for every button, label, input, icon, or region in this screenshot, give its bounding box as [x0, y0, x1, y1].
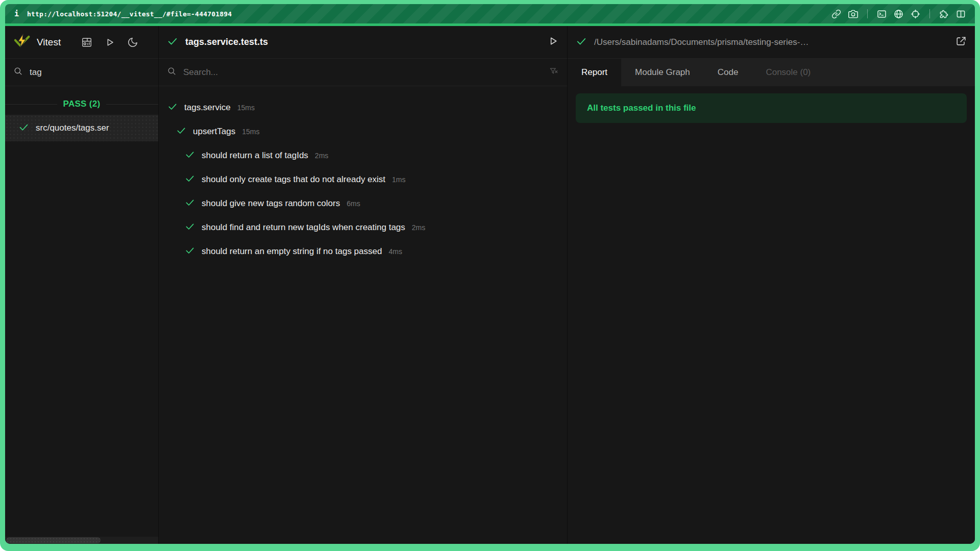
- test-tree: tags.service 15ms upsertTags 15ms should…: [159, 86, 567, 263]
- globe-icon[interactable]: [894, 9, 903, 19]
- tab-module-graph[interactable]: Module Graph: [621, 59, 704, 86]
- pass-check-icon: [185, 149, 195, 162]
- pass-check-icon: [167, 36, 178, 49]
- sidebar: Vitest PASS (2) src/quotes/tags.ser: [5, 26, 158, 544]
- scrollbar-thumb[interactable]: [6, 537, 101, 543]
- test-case-row[interactable]: should find and return new tagIds when c…: [159, 215, 567, 239]
- vitest-brand: Vitest: [13, 33, 61, 52]
- test-suite-row[interactable]: upsertTags 15ms: [159, 119, 567, 143]
- explorer-search-row: [159, 59, 567, 86]
- pass-section-header: PASS (2): [5, 93, 158, 115]
- test-details-panel: /Users/sabinadams/Documents/prisma/testi…: [568, 26, 975, 544]
- suite-name: tags.service: [184, 103, 231, 113]
- test-name: should return an empty string if no tags…: [202, 246, 382, 257]
- toolbar-divider: [929, 9, 930, 18]
- test-name: should only create tags that do not alre…: [202, 174, 385, 185]
- app-title: Vitest: [37, 37, 61, 48]
- dark-mode-moon-icon[interactable]: [127, 37, 138, 48]
- clear-filter-icon[interactable]: [549, 66, 559, 79]
- vitest-ui: Vitest PASS (2) src/quotes/tags.ser: [5, 26, 975, 544]
- sidebar-search-row: [5, 59, 158, 86]
- tab-console[interactable]: Console (0): [752, 59, 824, 86]
- pass-check-icon: [185, 221, 195, 234]
- explorer-header: tags.service.test.ts: [159, 26, 567, 59]
- puzzle-icon[interactable]: [939, 9, 949, 19]
- test-name: should find and return new tagIds when c…: [202, 222, 405, 233]
- test-case-row[interactable]: should return a list of tagIds 2ms: [159, 143, 567, 167]
- dashboard-icon[interactable]: [81, 37, 92, 48]
- pass-section-label: PASS (2): [63, 99, 101, 109]
- pass-check-icon: [167, 102, 178, 114]
- test-file-name: src/quotes/tags.ser: [36, 123, 109, 133]
- browser-toolbar-icons: [831, 9, 966, 19]
- open-external-icon[interactable]: [955, 36, 967, 49]
- report-content: All tests passed in this file: [568, 86, 975, 544]
- search-icon: [13, 66, 23, 78]
- browser-url-bar: i http://localhost:51204/__vitest__/#fil…: [5, 4, 975, 23]
- pass-check-icon: [18, 122, 29, 135]
- browser-window: i http://localhost:51204/__vitest__/#fil…: [0, 0, 980, 551]
- run-all-icon[interactable]: [104, 37, 115, 48]
- link-icon[interactable]: [831, 9, 841, 19]
- test-explorer-panel: tags.service.test.ts tags.service 15ms u…: [159, 26, 567, 544]
- all-tests-passed-banner: All tests passed in this file: [576, 93, 967, 123]
- run-file-icon[interactable]: [547, 35, 559, 49]
- test-case-row[interactable]: should only create tags that do not alre…: [159, 167, 567, 191]
- test-name: should return a list of tagIds: [202, 151, 308, 161]
- open-file-title: tags.service.test.ts: [185, 37, 268, 47]
- details-header: /Users/sabinadams/Documents/prisma/testi…: [568, 26, 975, 59]
- url-text: http://localhost:51204/__vitest__/#file=…: [27, 10, 232, 18]
- test-duration: 2ms: [412, 223, 425, 232]
- horizontal-scrollbar[interactable]: [5, 537, 158, 544]
- test-duration: 4ms: [388, 247, 402, 256]
- pass-check-icon: [185, 197, 195, 210]
- sidebar-header: Vitest: [5, 26, 158, 59]
- test-duration: 2ms: [315, 152, 328, 160]
- details-tabbar: Report Module Graph Code Console (0): [568, 59, 975, 86]
- tab-report[interactable]: Report: [568, 59, 621, 86]
- pass-check-icon: [576, 36, 587, 49]
- test-duration: 6ms: [347, 199, 360, 208]
- test-file-item[interactable]: src/quotes/tags.ser: [5, 115, 158, 141]
- file-filter-input[interactable]: [30, 67, 150, 78]
- file-path: /Users/sabinadams/Documents/prisma/testi…: [594, 37, 948, 47]
- test-case-row[interactable]: should return an empty string if no tags…: [159, 239, 567, 263]
- pass-check-icon: [176, 126, 186, 138]
- suite-duration: 15ms: [242, 128, 259, 136]
- sidebar-actions: [81, 37, 138, 48]
- test-duration: 1ms: [392, 176, 405, 184]
- split-panel-icon[interactable]: [956, 9, 966, 19]
- toolbar-divider: [867, 9, 868, 18]
- test-case-row[interactable]: should give new tags random colors 6ms: [159, 191, 567, 215]
- info-icon: i: [14, 9, 19, 18]
- search-icon: [167, 66, 177, 78]
- suite-name: upsertTags: [193, 127, 235, 137]
- pass-check-icon: [185, 173, 195, 186]
- test-name: should give new tags random colors: [202, 198, 340, 209]
- crosshair-icon[interactable]: [911, 9, 920, 19]
- tab-code[interactable]: Code: [704, 59, 752, 86]
- terminal-icon[interactable]: [877, 9, 887, 19]
- camera-icon[interactable]: [848, 9, 858, 19]
- suite-duration: 15ms: [237, 104, 255, 112]
- vitest-logo-icon: [13, 33, 31, 52]
- test-search-input[interactable]: [183, 67, 542, 78]
- pass-check-icon: [185, 245, 195, 258]
- test-suite-row[interactable]: tags.service 15ms: [159, 95, 567, 119]
